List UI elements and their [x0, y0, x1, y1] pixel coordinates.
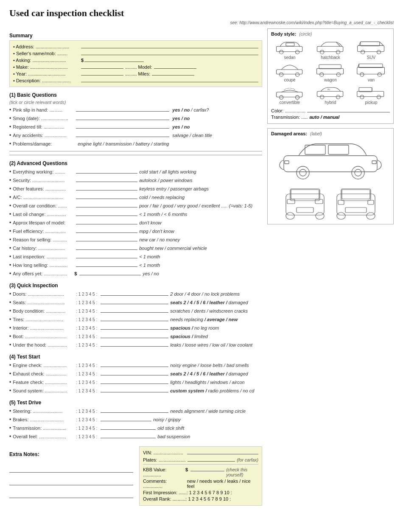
td-feel-label: Overall feel: .....................	[13, 433, 74, 440]
accidents-field[interactable]	[76, 132, 169, 137]
ts-engine-field[interactable]	[101, 362, 168, 367]
qi-seats-label: Seats: .............................	[13, 299, 74, 306]
adv-lifespan-field[interactable]	[76, 219, 137, 224]
ts-sound-field[interactable]	[101, 387, 168, 392]
first-impression-rating: : 1 2 3 4 5 6 7 8 9 10 :	[187, 490, 232, 495]
desc-field[interactable]	[81, 77, 258, 82]
adv-security-field[interactable]	[76, 177, 137, 182]
adv-ac-field[interactable]	[76, 194, 137, 199]
suv-label: SUV	[367, 55, 376, 60]
car-coupe: coupe	[271, 62, 308, 82]
model-field[interactable]	[154, 64, 196, 69]
notes-line-3[interactable]	[9, 491, 133, 498]
sedan-icon	[274, 39, 305, 55]
hybrid-icon: HV	[315, 84, 346, 100]
vin-field[interactable]	[187, 449, 258, 454]
svg-point-14	[280, 73, 283, 76]
qi-item-body: • Body condition: ............... : 1 2 …	[9, 307, 262, 315]
adv-selling-field[interactable]	[76, 236, 137, 241]
damaged-car-front	[282, 185, 328, 221]
basic-tick-hint: (tick or circle relevant words)	[9, 100, 262, 105]
ts-exhaust-field[interactable]	[101, 370, 168, 375]
ts-exhaust-opts: seats 2 / 4 / 5 / 6 / leather / damaged	[170, 370, 248, 378]
smog-field[interactable]	[76, 115, 169, 120]
kbb-dollar: $	[185, 467, 188, 472]
qi-boot-rating: : 1 2 3 4 5 :	[76, 333, 97, 340]
coupe-icon	[274, 62, 305, 78]
adv-howlong-opts: < 1 month	[139, 262, 160, 269]
qi-boot-field[interactable]	[101, 333, 168, 338]
td-steering-field[interactable]	[101, 408, 168, 413]
qi-doors-field[interactable]	[101, 291, 168, 296]
svg-rect-45	[372, 161, 376, 164]
qi-body-rating: : 1 2 3 4 5 :	[76, 308, 97, 314]
color-field[interactable]	[307, 107, 390, 112]
adv-fuel-field[interactable]	[76, 228, 137, 233]
adv-howlong-field[interactable]	[76, 262, 137, 267]
damaged-cars-container	[271, 139, 390, 221]
asking-label: • Asking: ..........................	[13, 58, 81, 63]
td-brakes-rating: : 1 2 3 4 5 :	[76, 417, 97, 423]
svg-point-59	[337, 213, 345, 219]
asking-field[interactable]	[84, 57, 144, 62]
svg-rect-61	[342, 190, 370, 199]
adv-features-opts: keyless entry / passenger airbags	[139, 185, 209, 193]
ts-sound-rating: : 1 2 3 4 5 :	[76, 388, 97, 394]
basic-item-pink-slip: • Pink slip in hand: .......... yes / no…	[9, 106, 262, 114]
svg-rect-46	[286, 194, 324, 215]
svg-point-52	[316, 213, 324, 219]
qi-hood-field[interactable]	[101, 342, 168, 347]
car-sedan: sedan	[271, 39, 308, 60]
adv-security-opts: autolock / power windows	[139, 177, 192, 184]
svg-rect-50	[297, 207, 313, 213]
qi-interior-field[interactable]	[101, 325, 168, 330]
van-label: van	[368, 78, 375, 82]
qi-interior-label: Interior: ..........................	[13, 325, 74, 332]
miles-field[interactable]	[152, 70, 194, 76]
smog-options: yes / no	[171, 115, 190, 122]
convertible-label: convertible	[280, 100, 300, 105]
summary-row-seller: • Seller's name/mob: ........	[13, 50, 258, 56]
bullet-icon: •	[9, 115, 11, 122]
qi-body-label: Body condition: ...............	[13, 308, 74, 315]
adv-inspection-field[interactable]	[76, 253, 137, 258]
address-field[interactable]	[81, 43, 258, 48]
basic-item-accidents: • Any accidents: ................. salva…	[9, 132, 262, 139]
bottom-layout: Extra Notes: VIN: ......................…	[9, 446, 262, 506]
td-brakes-field[interactable]	[101, 416, 151, 421]
svg-point-29	[320, 95, 324, 99]
body-style-box: Body style: (circle) sedan	[267, 28, 394, 124]
td-feel-field[interactable]	[101, 433, 156, 438]
kbb-field[interactable]	[190, 466, 224, 471]
seller-field[interactable]	[81, 50, 258, 55]
pink-slip-field[interactable]	[76, 106, 169, 112]
qi-tires-field[interactable]	[101, 316, 168, 321]
ts-feature-field[interactable]	[101, 379, 168, 384]
svg-rect-44	[285, 161, 289, 164]
adv-condition-field[interactable]	[76, 202, 137, 207]
notes-line-2[interactable]	[9, 479, 133, 485]
trans-row: Transmission: ..... auto / manual	[271, 115, 390, 120]
adv-ac-label: A/C: ...............................	[13, 194, 74, 201]
adv-history-field[interactable]	[76, 245, 137, 250]
adv-oil-field[interactable]	[76, 211, 137, 216]
trans-label: Transmission: .....	[271, 115, 308, 120]
damaged-title: Damaged areas: (label)	[271, 131, 390, 136]
td-item-feel: • Overall feel: ..................... : …	[9, 433, 262, 440]
adv-everything-field[interactable]	[76, 168, 137, 174]
reg-field[interactable]	[76, 123, 169, 129]
adv-offers-field[interactable]	[79, 270, 141, 275]
notes-line-1[interactable]	[9, 466, 133, 473]
make-field[interactable]	[81, 64, 123, 69]
adv-features-field[interactable]	[76, 185, 137, 190]
plates-field[interactable]	[188, 456, 235, 462]
td-trans-field[interactable]	[101, 425, 156, 430]
color-trans-block: Color: ................ Transmission: ..…	[271, 107, 390, 120]
ts-engine-label: Engine check: ..................	[13, 362, 74, 369]
adv-item-lifespan: • Approx lifespan of model: don't know	[9, 219, 262, 227]
qi-body-field[interactable]	[101, 308, 168, 313]
qi-seats-field[interactable]	[101, 299, 168, 304]
year-field[interactable]	[81, 70, 123, 76]
vin-box: VIN: ....................... Plates: ...…	[139, 446, 262, 506]
adv-inspection-label: Last inspection: ................	[13, 253, 74, 260]
